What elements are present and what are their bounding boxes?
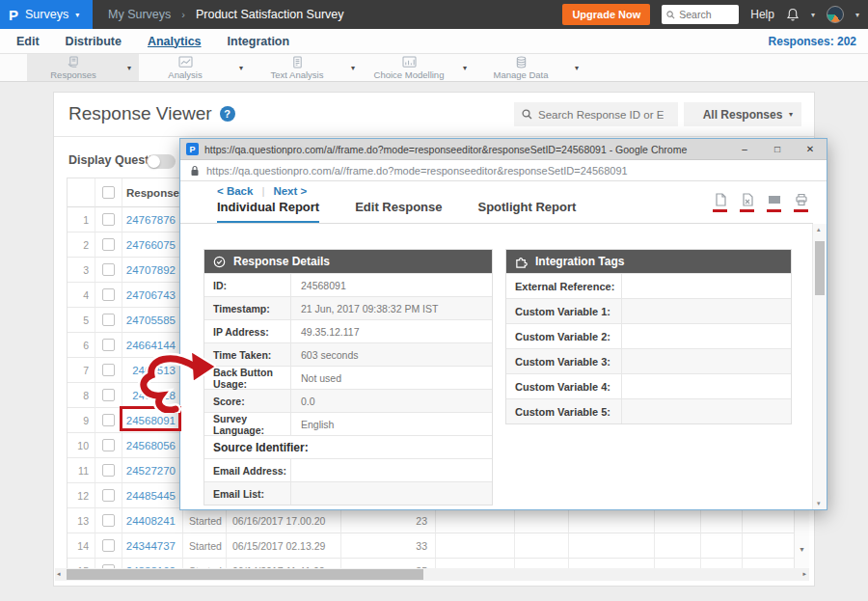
row-checkbox[interactable] — [102, 514, 115, 527]
search-icon — [666, 11, 675, 19]
response-filter-dropdown[interactable]: All Responses ▾ — [684, 102, 801, 126]
detail-row: Custom Variable 3: — [506, 348, 791, 373]
responses-count-link[interactable]: Responses: 202 — [769, 35, 856, 48]
row-checkbox[interactable] — [102, 288, 115, 301]
response-id-header[interactable]: Response ID▲ — [122, 178, 183, 207]
toolbar-label: Analysis — [168, 69, 202, 80]
product-menu-label[interactable]: Surveys — [25, 8, 68, 21]
chevron-down-icon[interactable]: ▾ — [455, 64, 475, 72]
scrollbar-thumb[interactable] — [67, 569, 423, 580]
row-checkbox[interactable] — [102, 238, 115, 251]
response-id-link[interactable]: 24527270 — [122, 458, 183, 483]
chevron-down-icon[interactable]: ▾ — [120, 64, 139, 72]
response-id-link[interactable]: 24344737 — [122, 533, 183, 559]
print-button[interactable] — [794, 193, 808, 212]
table-row: 1524338162Started06/14/2017 11.41.0235 — [68, 559, 794, 568]
pipe-separator: | — [261, 185, 264, 197]
chevron-down-icon[interactable]: ▾ — [231, 64, 251, 72]
toolbar-text-analysis[interactable]: Text Analysis ▾ — [251, 54, 363, 81]
response-search[interactable] — [514, 102, 678, 126]
source-identifier-row: Source Identifier: — [204, 435, 492, 458]
table-horizontal-scrollbar[interactable]: ◂ ▸ — [55, 568, 809, 581]
scroll-up-icon[interactable]: ▴ — [817, 226, 821, 233]
response-id-link[interactable]: 24485445 — [122, 483, 183, 508]
toolbar-analysis[interactable]: Analysis ▾ — [139, 54, 251, 81]
product-switcher[interactable]: P Surveys ▾ — [0, 0, 93, 29]
detail-row: Custom Variable 1: — [506, 298, 791, 323]
chevron-down-icon[interactable]: ▾ — [811, 11, 815, 19]
tab-distribute[interactable]: Distribute — [66, 35, 122, 48]
toolbar-choice-modelling[interactable]: Choice Modelling ▾ — [363, 54, 475, 81]
row-checkbox[interactable] — [102, 464, 115, 477]
manage-data-icon — [514, 56, 529, 68]
export-pdf-button[interactable] — [713, 193, 727, 212]
next-link[interactable]: Next > — [273, 185, 307, 197]
tab-spotlight-report[interactable]: Spotlight Report — [477, 200, 576, 224]
chevron-down-icon: ▾ — [75, 11, 79, 19]
response-id-link[interactable]: 24707892 — [122, 258, 183, 283]
toolbar-label: Manage Data — [493, 69, 548, 80]
help-link[interactable]: Help — [750, 8, 774, 21]
row-checkbox[interactable] — [102, 263, 115, 276]
response-id-link[interactable]: 24338162 — [122, 559, 183, 568]
scrollbar-thumb[interactable] — [815, 241, 825, 295]
scroll-down-icon[interactable]: ▾ — [817, 500, 821, 507]
breadcrumb-survey-name: Product Satisfaction Survey — [196, 8, 344, 21]
select-all-checkbox[interactable] — [102, 186, 115, 199]
response-search-input[interactable] — [538, 109, 664, 121]
tab-integration[interactable]: Integration — [228, 35, 290, 48]
scroll-down-icon[interactable]: ▼ — [799, 546, 805, 553]
row-checkbox[interactable] — [102, 213, 115, 226]
response-id-link[interactable]: 24706743 — [122, 283, 183, 308]
maximize-button[interactable]: □ — [761, 139, 794, 159]
toolbar-responses[interactable]: Responses ▾ — [27, 54, 139, 81]
scroll-left-icon[interactable]: ◂ — [57, 570, 61, 578]
row-checkbox[interactable] — [102, 339, 115, 351]
puzzle-icon — [515, 256, 528, 268]
report-content: < Back | Next > Individual Report Edit R… — [180, 181, 827, 509]
back-link[interactable]: < Back — [217, 185, 253, 197]
row-checkbox[interactable] — [102, 314, 115, 326]
scroll-right-icon[interactable]: ▸ — [802, 570, 806, 578]
window-controls: – □ ✕ — [728, 139, 827, 159]
help-icon[interactable]: ? — [220, 106, 235, 122]
breadcrumb-my-surveys[interactable]: My Surveys — [108, 8, 171, 21]
tab-edit[interactable]: Edit — [16, 35, 40, 48]
row-checkbox[interactable] — [102, 439, 115, 451]
row-checkbox[interactable] — [102, 364, 115, 376]
window-titlebar[interactable]: P https://qa.questionpro.com/a//frame.do… — [180, 139, 827, 160]
export-excel-button[interactable] — [740, 193, 754, 212]
chevron-down-icon[interactable]: ▾ — [567, 64, 586, 72]
pdf-icon — [714, 193, 727, 206]
tab-analytics[interactable]: Analytics — [148, 35, 202, 48]
notifications-bell-icon[interactable] — [786, 8, 800, 22]
tab-individual-report[interactable]: Individual Report — [217, 200, 319, 224]
detail-row: External Reference: — [506, 273, 791, 298]
display-questions-toggle[interactable] — [147, 154, 176, 169]
email-button[interactable] — [767, 193, 781, 212]
popup-vertical-scrollbar[interactable]: ▴ ▾ — [812, 224, 827, 509]
toolbar-manage-data[interactable]: Manage Data ▾ — [475, 54, 586, 81]
topbar-actions: Upgrade Now Help ▾ ▾ — [562, 4, 868, 25]
screen: P Surveys ▾ My Surveys › Product Satisfa… — [0, 0, 868, 601]
close-button[interactable]: ✕ — [794, 139, 827, 159]
global-search[interactable] — [662, 5, 739, 24]
url-bar[interactable]: https://qa.questionpro.com/a//frame.do?m… — [180, 160, 827, 181]
upgrade-now-button[interactable]: Upgrade Now — [562, 4, 650, 25]
row-checkbox[interactable] — [102, 539, 115, 552]
response-id-link[interactable]: 24766075 — [122, 232, 183, 258]
global-search-input[interactable] — [679, 9, 733, 20]
chevron-down-icon[interactable]: ▾ — [343, 64, 363, 72]
tab-edit-response[interactable]: Edit Response — [355, 200, 442, 224]
row-checkbox[interactable] — [102, 489, 115, 502]
row-checkbox[interactable] — [102, 389, 115, 401]
minimize-button[interactable]: – — [728, 139, 761, 159]
response-id-link[interactable]: 24767876 — [122, 207, 183, 232]
chevron-down-icon[interactable]: ▾ — [855, 11, 859, 19]
responses-icon — [67, 56, 81, 68]
response-id-link[interactable]: 24568056 — [122, 433, 183, 458]
response-id-link[interactable]: 24705585 — [122, 308, 183, 333]
avatar[interactable] — [827, 6, 844, 23]
row-checkbox[interactable] — [102, 414, 115, 426]
response-id-link[interactable]: 24408241 — [122, 508, 183, 533]
